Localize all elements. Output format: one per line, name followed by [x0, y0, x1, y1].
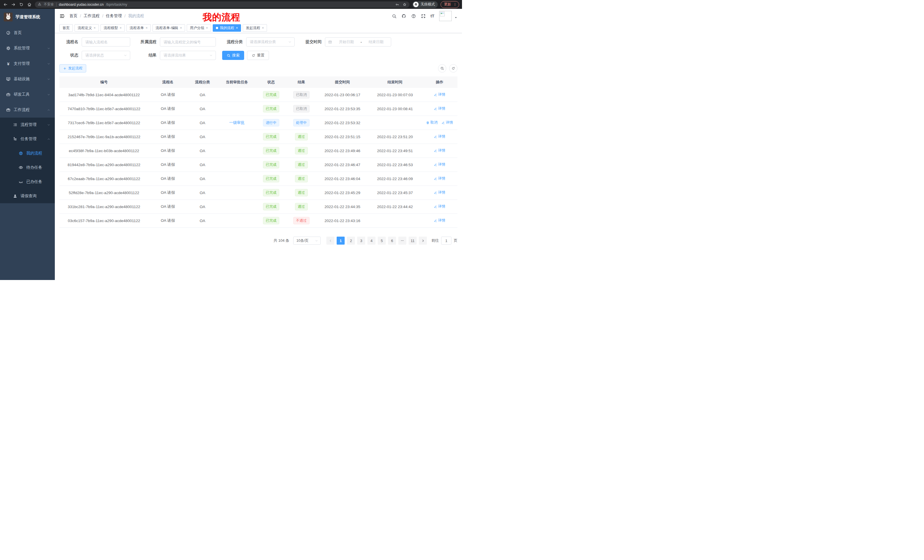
status-select[interactable]: 请选择状态 — [82, 51, 130, 60]
sidebar-item-user[interactable]: 请假查询 — [0, 189, 55, 203]
tab-label: 流程模型 — [104, 26, 118, 30]
tab-流程模型[interactable]: 流程模型× — [100, 24, 125, 32]
detail-link[interactable]: 详情 — [434, 190, 445, 195]
page-number-11[interactable]: 11 — [409, 237, 417, 245]
process-category: OA — [187, 121, 218, 125]
status: 已完成 — [256, 189, 286, 196]
close-icon[interactable]: × — [146, 26, 148, 30]
sidebar-item-eye[interactable]: 待办任务 — [0, 160, 55, 175]
tab-首页[interactable]: 首页 — [59, 24, 73, 32]
close-icon[interactable]: × — [262, 26, 264, 30]
page-number-5[interactable]: 5 — [378, 237, 386, 245]
tab-流程表单[interactable]: 流程表单× — [126, 24, 151, 32]
sidebar-item-label: 系统管理 — [14, 46, 30, 51]
monitor-icon — [6, 77, 11, 81]
search-icon[interactable] — [392, 14, 397, 18]
prev-page-button[interactable] — [326, 237, 334, 245]
page-number-2[interactable]: 2 — [347, 237, 355, 245]
sidebar-item-dashboard[interactable]: 首页 — [0, 25, 55, 40]
sidebar-item-label: 已办任务 — [26, 179, 42, 184]
github-icon[interactable] — [402, 14, 406, 18]
detail-link[interactable]: 详情 — [434, 176, 445, 181]
page-number-6[interactable]: 6 — [388, 237, 396, 245]
avatar[interactable] — [439, 11, 452, 21]
sidebar-collapse-icon[interactable] — [59, 13, 65, 19]
result-select-placeholder: 请选择流结果 — [164, 53, 209, 58]
detail-link[interactable]: 详情 — [434, 92, 445, 97]
table-row: 67c2eaab-7b9a-11ec-a290-acde48001122OA 请… — [59, 172, 458, 186]
process-name: OA 请假 — [148, 162, 187, 167]
home-icon[interactable] — [27, 2, 32, 7]
reload-icon[interactable] — [19, 2, 24, 7]
reset-button-icon — [252, 54, 255, 57]
sidebar-item-monitor[interactable]: 基础设施 — [0, 71, 55, 87]
sidebar-item-eye-closed[interactable]: 已办任务 — [0, 175, 55, 189]
close-icon[interactable]: × — [236, 26, 238, 30]
next-page-button[interactable] — [419, 237, 427, 245]
process-name-input[interactable] — [82, 40, 130, 44]
browser-update-button[interactable]: 更新 — [441, 1, 459, 8]
fullscreen-icon[interactable] — [421, 14, 426, 18]
password-key-icon[interactable] — [395, 3, 399, 7]
breadcrumb-item[interactable]: 工作流程 — [84, 13, 100, 18]
submit-time-value: 2022-01-22 23:43:16 — [324, 219, 360, 223]
detail-link[interactable]: 详情 — [434, 134, 445, 139]
table-row: 819442e8-7b9a-11ec-a290-acde48001122OA 请… — [59, 158, 458, 172]
process-key-input[interactable] — [160, 40, 216, 44]
sidebar-item-gear[interactable]: 系统管理 — [0, 40, 55, 56]
tab-label: 我的流程 — [220, 26, 234, 30]
address-bar[interactable]: 不安全 dashboard.yudao.iocoder.cn/bpm/task/… — [35, 1, 410, 8]
process-id: 331bc281-7b9a-11ec-a290-acde48001122 — [59, 205, 148, 209]
page-number-3[interactable]: 3 — [357, 237, 365, 245]
detail-link[interactable]: 详情 — [434, 204, 445, 209]
page-number-4[interactable]: 4 — [368, 237, 375, 245]
avatar-caret-icon[interactable] — [454, 16, 458, 19]
tab-流程表单-编辑[interactable]: 流程表单-编辑× — [153, 24, 185, 32]
detail-link[interactable]: 详情 — [434, 148, 445, 153]
current-task-value[interactable]: 一级审批 — [229, 120, 245, 125]
tab-用户分组[interactable]: 用户分组× — [187, 24, 211, 32]
sidebar-item-briefcase[interactable]: 工作流程 — [0, 102, 55, 118]
search-button[interactable]: 搜索 — [222, 51, 244, 60]
tab-我的流程[interactable]: 我的流程× — [213, 24, 241, 32]
back-icon[interactable] — [3, 2, 8, 7]
breadcrumb-item[interactable]: 首页 — [69, 13, 77, 18]
page-size-select[interactable]: 10条/页 — [293, 237, 321, 245]
reset-button[interactable]: 重置 — [247, 51, 269, 60]
sidebar-item-face[interactable]: 我的流程 — [0, 146, 55, 160]
close-icon[interactable]: × — [180, 26, 182, 30]
detail-link[interactable]: 详情 — [434, 218, 445, 223]
create-process-button[interactable]: 发起流程 — [59, 64, 86, 72]
page-number-1[interactable]: 1 — [337, 237, 345, 245]
result: 已取消 — [286, 91, 316, 99]
help-icon[interactable] — [411, 14, 416, 18]
more-pages-icon[interactable] — [398, 237, 406, 245]
forward-icon[interactable] — [11, 2, 16, 7]
close-icon[interactable]: × — [94, 26, 96, 30]
sidebar-item-flow[interactable]: 任务管理 — [0, 132, 55, 146]
action-label: 详情 — [438, 134, 445, 139]
close-icon[interactable]: × — [120, 26, 122, 30]
result-select[interactable]: 请选择流结果 — [160, 51, 216, 60]
sidebar-item-list[interactable]: 流程管理 — [0, 118, 55, 132]
toggle-search-button[interactable] — [438, 64, 446, 72]
tab-发起流程[interactable]: 发起流程× — [243, 24, 267, 32]
detail-link[interactable]: 详情 — [434, 162, 445, 167]
breadcrumb-item[interactable]: 任务管理 — [106, 13, 122, 18]
refresh-table-button[interactable] — [449, 64, 458, 72]
browser-menu-icon[interactable] — [453, 3, 457, 6]
end-time-value: 2022-01-22 23:45:37 — [377, 191, 412, 195]
close-icon[interactable]: × — [206, 26, 208, 30]
sidebar-item-yen[interactable]: ¥支付管理 — [0, 56, 55, 71]
font-size-icon[interactable]: tT — [430, 14, 434, 18]
detail-link[interactable]: 详情 — [434, 106, 445, 111]
category-select[interactable]: 请选择流程分类 — [246, 37, 295, 46]
cancel-link[interactable]: 取消 — [426, 120, 438, 125]
submit-time-range-picker[interactable]: 开始日期 - 结束日期 — [325, 37, 391, 46]
result-tag: 通过 — [295, 189, 308, 196]
sidebar-item-toolbox[interactable]: 研发工具 — [0, 87, 55, 102]
bookmark-star-icon[interactable] — [403, 3, 406, 7]
tab-流程定义[interactable]: 流程定义× — [75, 24, 99, 32]
goto-page-input[interactable] — [441, 237, 452, 245]
detail-link[interactable]: 详情 — [441, 120, 453, 125]
